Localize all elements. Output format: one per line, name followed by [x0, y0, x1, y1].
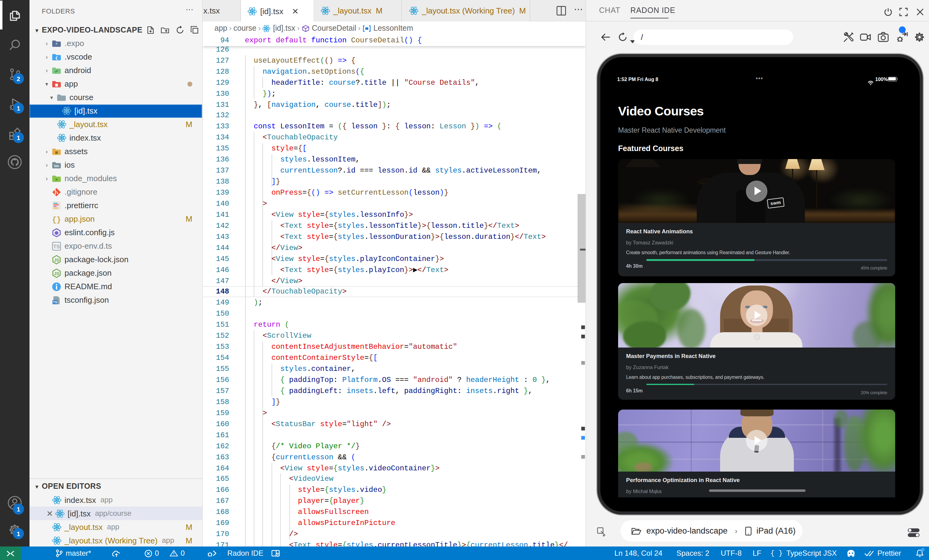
- svg-text:▣: ▣: [55, 150, 58, 154]
- svg-text:ios: ios: [54, 164, 59, 168]
- svg-text:☍: ☍: [55, 69, 58, 73]
- svg-text:JS: JS: [54, 271, 59, 276]
- svg-text:n: n: [55, 177, 58, 181]
- svg-text:▦: ▦: [55, 83, 58, 87]
- svg-text:^: ^: [55, 42, 58, 46]
- svg-text:TS: TS: [53, 243, 60, 249]
- svg-text:JS: JS: [54, 257, 59, 262]
- svg-text:❮: ❮: [55, 56, 58, 60]
- svg-text:{}: {}: [52, 216, 61, 224]
- svg-text:TS: TS: [53, 300, 57, 304]
